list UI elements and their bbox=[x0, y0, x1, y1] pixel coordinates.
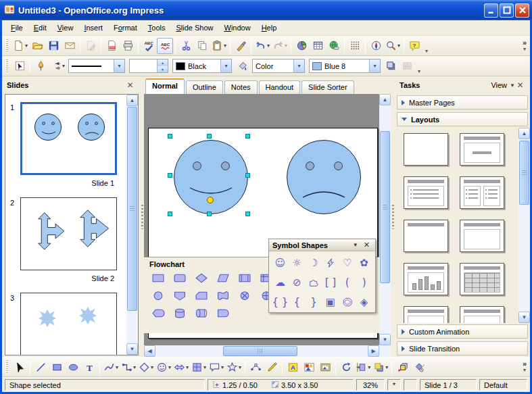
layout-title-content[interactable] bbox=[404, 176, 448, 209]
selection-handle[interactable] bbox=[245, 173, 250, 178]
symbol-shape-sun[interactable]: ☼ bbox=[289, 253, 306, 272]
flowchart-shape-direct-access-storage[interactable] bbox=[193, 305, 210, 320]
stars-tool-button[interactable]: ▾ bbox=[225, 359, 243, 375]
symbol-shape-prohibited[interactable]: ⊘ bbox=[289, 273, 306, 291]
canvas-hscrollbar[interactable]: ◀ ▶ bbox=[144, 345, 379, 357]
symbol-shape-right-brace[interactable]: } bbox=[306, 293, 322, 311]
dropdown-arrow-icon[interactable]: ▾ bbox=[116, 364, 118, 370]
dropdown-arrow-icon[interactable]: ▾ bbox=[186, 364, 189, 370]
flowchart-shape-off-page-connector[interactable] bbox=[171, 288, 189, 303]
scroll-down-icon[interactable]: ▼ bbox=[379, 334, 391, 345]
palette-close-icon[interactable]: ✕ bbox=[362, 241, 372, 249]
layouts-scrollbar[interactable]: ▲ ▼ bbox=[518, 128, 530, 323]
alignment-tool-button[interactable]: ▾ bbox=[354, 359, 372, 375]
scroll-right-icon[interactable]: ▶ bbox=[368, 345, 379, 357]
display-grid-button[interactable] bbox=[347, 38, 363, 54]
symbol-shape-double-brace[interactable]: { } bbox=[272, 293, 289, 311]
status-position-size[interactable]: 1.25 / 0.50 3.50 x 3.50 bbox=[208, 379, 354, 391]
tab-handout[interactable]: Handout bbox=[259, 80, 301, 94]
line-pen-button[interactable] bbox=[32, 58, 49, 74]
line-tool-button[interactable] bbox=[32, 359, 49, 375]
cut-button[interactable] bbox=[178, 38, 194, 54]
symbol-shapes-palette-titlebar[interactable]: Symbol Shapes ▼ ✕ bbox=[269, 239, 375, 251]
scroll-up-icon[interactable]: ▲ bbox=[126, 95, 138, 106]
block-arrows-tool-button[interactable]: ▾ bbox=[172, 359, 190, 375]
symbol-shape-diamond-bevel[interactable]: ◈ bbox=[356, 293, 372, 311]
symbol-shape-left-bracket[interactable]: ( bbox=[339, 273, 356, 291]
fill-style-select[interactable]: Color▾ bbox=[252, 59, 305, 73]
chevron-down-icon[interactable]: ▾ bbox=[293, 59, 304, 72]
text-tool-button[interactable]: T bbox=[81, 359, 97, 375]
dropdown-arrow-icon[interactable]: ▾ bbox=[133, 364, 136, 370]
symbol-shape-heart[interactable]: ♡ bbox=[339, 253, 356, 272]
overflow-arrow-icon[interactable]: ▾ bbox=[523, 367, 526, 373]
interaction-tool-button[interactable]: ♪ bbox=[410, 359, 427, 375]
points-tool-button[interactable] bbox=[247, 359, 264, 375]
slide-list-item[interactable]: 3 bbox=[5, 285, 126, 355]
section-layouts[interactable]: Layouts bbox=[397, 112, 528, 126]
symbol-shape-flower[interactable]: ✿ bbox=[356, 253, 372, 272]
tasks-panel-close-icon[interactable]: ✕ bbox=[515, 80, 525, 90]
layout-title-partial-left[interactable] bbox=[404, 306, 448, 323]
save-button[interactable] bbox=[45, 38, 62, 54]
symbol-shape-lightning[interactable] bbox=[322, 253, 339, 272]
symbol-shape-smiley[interactable]: ☺ bbox=[272, 253, 289, 272]
fill-color-select[interactable]: Blue 8▾ bbox=[309, 59, 381, 73]
selection-handle[interactable] bbox=[168, 134, 172, 139]
dropdown-arrow-icon[interactable]: ▾ bbox=[397, 43, 400, 49]
selection-handle[interactable] bbox=[207, 134, 212, 139]
symbol-shape-octagon-bevel[interactable] bbox=[339, 293, 356, 311]
toolbar-overflow-button[interactable]: »▾ bbox=[523, 361, 528, 373]
redo-button[interactable]: ▾ bbox=[271, 38, 289, 54]
line-width-spinner[interactable]: ▴▾ bbox=[129, 59, 168, 73]
selection-handle[interactable] bbox=[168, 212, 172, 216]
scroll-down-icon[interactable]: ▼ bbox=[126, 343, 138, 355]
menu-insert[interactable]: Insert bbox=[78, 22, 108, 34]
dropdown-arrow-icon[interactable]: ▾ bbox=[285, 43, 287, 49]
symbol-shape-cloud[interactable]: ☁ bbox=[272, 273, 289, 291]
chevron-down-icon[interactable]: ▼ bbox=[510, 82, 515, 89]
flowchart-shape-display[interactable] bbox=[149, 305, 167, 320]
symbol-shape-right-bracket[interactable]: ) bbox=[356, 273, 372, 291]
arrow-style-button[interactable]: ▾ bbox=[49, 58, 66, 74]
basic-shapes-tool-button[interactable]: ▾ bbox=[137, 359, 155, 375]
interaction-button[interactable] bbox=[399, 58, 415, 74]
flowchart-tool-button[interactable]: ▾ bbox=[190, 359, 208, 375]
status-style-name[interactable]: Default bbox=[479, 379, 527, 391]
scrollbar-thumb[interactable] bbox=[223, 346, 297, 356]
scroll-up-icon[interactable]: ▲ bbox=[379, 94, 391, 105]
email-button[interactable] bbox=[62, 38, 78, 54]
extrusion-toggle-tool-button[interactable] bbox=[394, 359, 410, 375]
layout-blank[interactable] bbox=[404, 133, 448, 166]
zoom-button[interactable]: ▾ bbox=[384, 38, 402, 54]
symbol-shape-square-bevel[interactable]: ▣ bbox=[322, 293, 339, 311]
slide-list-item[interactable]: 2Slide 2 bbox=[5, 190, 126, 285]
flowchart-shape-process[interactable] bbox=[149, 270, 167, 285]
print-button[interactable] bbox=[120, 38, 136, 54]
canvas-vscrollbar[interactable]: ▲ ▼ bbox=[379, 94, 391, 345]
dropdown-arrow-icon[interactable]: ▾ bbox=[267, 43, 270, 49]
edit-file-button[interactable] bbox=[82, 38, 99, 54]
slides-scrollbar[interactable]: ▲ ▼ bbox=[126, 95, 138, 355]
ellipse-tool-button[interactable] bbox=[65, 359, 81, 375]
table-button[interactable] bbox=[310, 38, 326, 54]
scrollbar-thumb[interactable] bbox=[127, 107, 137, 311]
scroll-down-icon[interactable]: ▼ bbox=[518, 312, 530, 323]
dropdown-arrow-icon[interactable]: ▾ bbox=[368, 364, 370, 370]
chevron-down-icon[interactable]: ▾ bbox=[220, 59, 231, 72]
help-button[interactable]: ? bbox=[406, 38, 422, 54]
layout-title-subtitle[interactable] bbox=[460, 133, 504, 166]
menu-edit[interactable]: Edit bbox=[28, 22, 52, 34]
flowchart-shape-data[interactable] bbox=[214, 270, 232, 285]
spinner-up-icon[interactable]: ▴ bbox=[158, 59, 168, 66]
menu-window[interactable]: Window bbox=[219, 22, 256, 34]
flowchart-shape-stored-data[interactable] bbox=[214, 288, 232, 303]
curve-tool-button[interactable]: ▾ bbox=[102, 359, 120, 375]
flowchart-shape-decision[interactable] bbox=[193, 270, 210, 285]
menu-format[interactable]: Format bbox=[108, 22, 143, 34]
connector-tool-button[interactable]: ▾ bbox=[120, 359, 137, 375]
slide-list-item[interactable]: 1Slide 1 bbox=[5, 95, 126, 190]
menu-tools[interactable]: Tools bbox=[143, 22, 171, 34]
symbol-shape-double-bracket[interactable]: [ ] bbox=[322, 273, 339, 291]
edit-points-button[interactable] bbox=[11, 58, 28, 74]
